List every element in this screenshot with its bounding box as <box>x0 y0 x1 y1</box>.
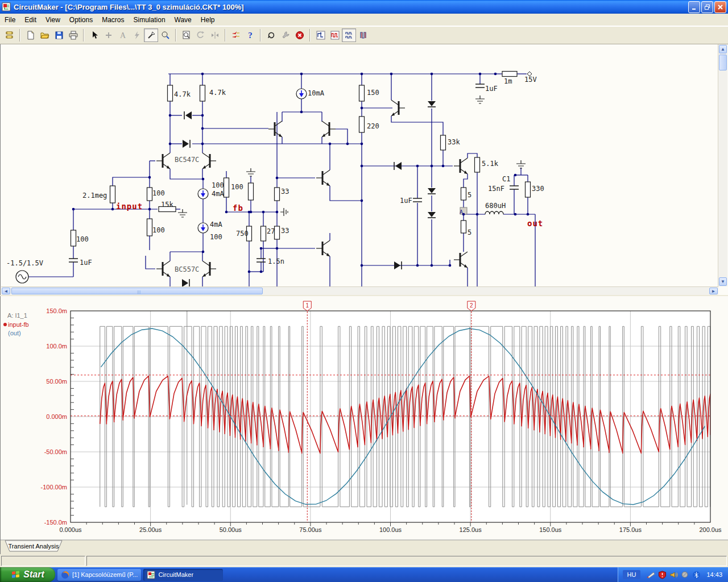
svg-text:A: A <box>119 31 126 40</box>
capacitor[interactable] <box>413 198 422 202</box>
junction-dot <box>431 73 433 76</box>
diode[interactable] <box>394 261 400 269</box>
capacitor[interactable] <box>510 186 519 189</box>
resistor[interactable] <box>359 85 365 101</box>
help-button[interactable]: ? <box>243 28 257 42</box>
junction-dot <box>262 211 265 214</box>
inductor[interactable] <box>485 211 503 214</box>
wire-tool-button[interactable] <box>144 28 158 42</box>
resistor[interactable] <box>224 178 229 197</box>
menu-help[interactable]: Help <box>196 14 220 26</box>
menu-edit[interactable]: Edit <box>20 14 41 26</box>
resistor[interactable] <box>461 188 466 200</box>
place-text-button: A <box>115 28 130 42</box>
zoom-window-button[interactable] <box>179 28 193 42</box>
resistor[interactable] <box>475 157 480 172</box>
transistor-collector <box>460 252 468 257</box>
resistor[interactable] <box>441 135 446 150</box>
resistor[interactable] <box>71 230 76 246</box>
capacitor[interactable] <box>257 259 266 262</box>
transistor-collector <box>322 240 330 246</box>
wire <box>464 174 468 188</box>
resistor[interactable] <box>261 226 266 241</box>
reset-simulation-button[interactable] <box>264 28 278 42</box>
schematic-horizontal-scrollbar[interactable]: ◄ ||| ► <box>1 286 718 295</box>
place-part-icon <box>104 31 113 40</box>
menu-simulation[interactable]: Simulation <box>129 14 170 26</box>
restore-button[interactable] <box>701 1 713 13</box>
junction-dot <box>201 73 204 76</box>
print-button[interactable] <box>66 28 80 42</box>
schematic-pane[interactable]: 4.7k4.7k10mA1502201m15V1uFBC547C2.1megin… <box>0 44 728 295</box>
diode[interactable] <box>183 140 189 148</box>
resistor[interactable] <box>147 188 152 201</box>
resistor[interactable] <box>359 117 365 132</box>
scroll-up-button[interactable]: ▲ <box>719 45 727 53</box>
close-button[interactable] <box>714 1 726 13</box>
zoom-tool-button[interactable] <box>158 28 172 42</box>
save-file-button[interactable] <box>52 28 66 42</box>
select-cursor-button[interactable] <box>87 28 101 42</box>
horizontal-scroll-thumb[interactable]: ||| <box>11 288 263 294</box>
diode[interactable] <box>428 212 436 217</box>
pen-tablet-icon[interactable] <box>646 570 655 579</box>
security-shield-icon[interactable] <box>657 570 667 579</box>
schematic-canvas[interactable]: 4.7k4.7k10mA1502201m15V1uFBC547C2.1megin… <box>1 44 718 286</box>
resistor[interactable] <box>110 186 115 203</box>
open-file-button[interactable] <box>38 28 52 42</box>
resistor[interactable] <box>461 221 466 233</box>
stop-simulation-button[interactable] <box>292 28 307 42</box>
resistor[interactable] <box>526 182 531 197</box>
new-file-button[interactable] <box>23 28 38 42</box>
delete-tool-button <box>130 28 144 42</box>
resistor[interactable] <box>168 85 173 101</box>
resistor[interactable] <box>502 72 517 77</box>
scroll-down-button[interactable]: ▼ <box>719 277 727 286</box>
minimize-button[interactable] <box>688 1 700 13</box>
resistor[interactable] <box>200 85 205 101</box>
y-axis-label: 100.0m <box>46 343 67 350</box>
ground-symbol <box>178 209 187 217</box>
diode[interactable] <box>182 279 188 286</box>
diode[interactable] <box>428 188 436 193</box>
capacitor[interactable] <box>69 259 78 262</box>
taskbar-button-firefox[interactable]: [1] Kapcsolóüzemű (P... <box>57 569 141 581</box>
parts-browser-button[interactable] <box>2 28 16 42</box>
taskbar-button-circuitmaker[interactable]: CircuitMaker <box>143 569 223 581</box>
resistor[interactable] <box>275 188 280 201</box>
menu-options[interactable]: Options <box>65 14 97 26</box>
resistor[interactable] <box>147 219 152 236</box>
taskbar-button-label: CircuitMaker <box>158 571 193 578</box>
split-view-icon <box>210 31 220 40</box>
signal-probe-button[interactable] <box>356 28 370 42</box>
volume-icon[interactable] <box>669 570 678 579</box>
diode[interactable] <box>395 162 402 170</box>
diode[interactable] <box>428 101 436 106</box>
digital-analog-switch-button[interactable] <box>229 28 243 42</box>
menu-view[interactable]: View <box>41 14 65 26</box>
mixed-scope-button[interactable] <box>342 28 356 42</box>
scroll-left-button[interactable]: ◄ <box>2 288 10 294</box>
resistor[interactable] <box>275 226 280 239</box>
scroll-right-button[interactable]: ► <box>709 288 718 294</box>
resistor[interactable] <box>249 183 254 200</box>
ground-symbol <box>280 208 288 216</box>
waveform-pane[interactable]: 150.0m100.0m50.00m0.000m-50.00m-100.00m-… <box>0 296 728 554</box>
digital-scope-button[interactable] <box>328 28 342 42</box>
schematic-vertical-scrollbar[interactable]: ▲ ▼ <box>718 44 727 286</box>
language-indicator[interactable]: HU <box>623 570 641 579</box>
transistor-emitter-arrow <box>464 171 468 174</box>
capacitor[interactable] <box>475 84 485 88</box>
vertical-scroll-thumb[interactable] <box>719 55 727 70</box>
menu-wave[interactable]: Wave <box>170 14 196 26</box>
firefox-icon <box>61 571 69 579</box>
start-button[interactable]: Start <box>0 567 55 582</box>
bluetooth-icon[interactable] <box>692 570 701 579</box>
tab-strip <box>1 540 728 554</box>
menu-macros[interactable]: Macros <box>97 14 129 26</box>
diode[interactable] <box>185 111 192 119</box>
muted-device-icon[interactable] <box>680 570 689 579</box>
menu-file[interactable]: File <box>0 14 20 26</box>
junction-dot <box>260 271 263 273</box>
step-waveforms-button[interactable] <box>313 28 328 42</box>
